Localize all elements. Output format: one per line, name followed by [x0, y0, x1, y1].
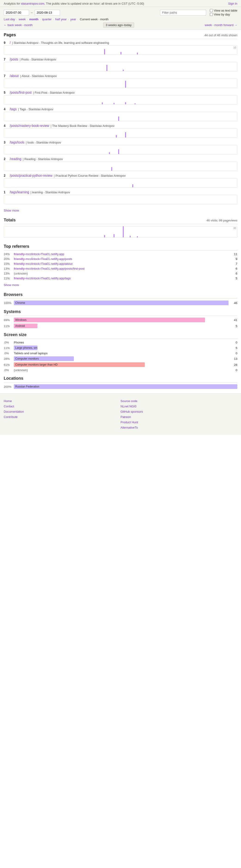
date-to-input[interactable] [35, 10, 60, 16]
footer-link-documentation[interactable]: Documentation [4, 409, 121, 414]
chart-bar [121, 52, 121, 55]
screen-bar: Large phones, small tablets [14, 345, 37, 350]
topbar-site[interactable]: stasantropov.com [21, 2, 44, 5]
page-path-link[interactable]: /tags [10, 107, 17, 111]
page-path-link[interactable]: /about [10, 74, 19, 78]
locations-section: Locations 200% Russian Federation [0, 373, 241, 389]
footer-link-source-code[interactable]: Source code [121, 398, 237, 404]
page-path-link[interactable]: /reading [10, 157, 22, 161]
page-item: 4 /tags | Tags · Stanislav Antropov [4, 107, 237, 121]
screen-item: 61% Computer monitors larger than HD 28 [4, 362, 237, 367]
nav-row: ← back week · month 3 weeks ago–today we… [4, 22, 237, 28]
nav-forward-arrow[interactable]: forward → [223, 23, 237, 27]
pages-show-more-button[interactable]: Show more [4, 209, 19, 212]
footer-link-product-hunt[interactable]: Product Hunt [121, 420, 237, 425]
view-by-day-label[interactable]: View by day [210, 13, 230, 16]
pages-count: 44 out of 46 visits shown [205, 33, 237, 37]
referrer-item: 20% friendly-mcclintock-f7ea01.netlify.a… [4, 257, 237, 261]
page-path-link[interactable]: /posts/practical-python-review [10, 174, 52, 177]
referrers-header: Top referrers [4, 244, 237, 250]
chart-bar [109, 152, 110, 154]
view-by-day-label-text: View by day [214, 13, 230, 16]
referrer-link[interactable]: friendly-mcclintock-f7ea01.netlify.app/t… [14, 277, 71, 280]
page-path-link[interactable]: /tags/learning [10, 190, 29, 194]
nav-back-week[interactable]: week [15, 23, 22, 27]
page-chart [4, 95, 237, 104]
chart-bar [125, 81, 126, 88]
footer-link-alternativeto[interactable]: AlternativeTo [121, 425, 237, 430]
chart-bar [130, 236, 131, 237]
pages-header: Pages 44 out of 46 visits shown [4, 33, 237, 39]
chart-bar [134, 103, 135, 104]
referrer-link[interactable]: friendly-mcclintock-f7ea01.netlify.app/p… [14, 267, 85, 270]
screen-bar: Computer monitors larger than HD [14, 362, 145, 367]
page-item: 7 /posts | Posts · Stanislav Antropov [4, 57, 237, 71]
nav-back-arrow[interactable]: ← back [4, 23, 14, 27]
quick-half-year[interactable]: half year [55, 18, 67, 21]
totals-section: Totals 46 visits; 99 pageviews 30 [0, 215, 241, 238]
referrer-link[interactable]: friendly-mcclintock-f7ea01.netlify.app/a… [14, 262, 72, 266]
screen-item: .0% Phones 0 [4, 341, 237, 344]
quick-quarter[interactable]: quarter [42, 18, 52, 21]
screen-item: .0% (unknown) 0 [4, 368, 237, 372]
page-path-link[interactable]: / [10, 41, 11, 44]
footer-link-nlnet[interactable]: NLnet NGI0 [121, 404, 237, 409]
chart-bar [118, 117, 119, 121]
chart-bar [114, 234, 115, 237]
pages-section: Pages 44 out of 46 visits shown 9 / | St… [0, 30, 241, 215]
page-chart [4, 79, 237, 88]
page-path-link[interactable]: /posts/first-post [10, 91, 32, 94]
topbar-note: . The public view is updated once an hou… [44, 2, 144, 5]
nav-period-badge: 3 weeks ago–today [103, 22, 134, 28]
page-item: 4 /posts/mastery-book-review | The Maste… [4, 124, 237, 138]
system-item: 89% Windows 41 [4, 318, 237, 322]
controls-area: – View as text table View by day Last da… [0, 7, 241, 30]
footer-link-contact[interactable]: Contact [4, 404, 121, 409]
signin-link[interactable]: Sign in [228, 2, 237, 5]
chart-bar [118, 149, 119, 154]
referrer-unknown: (unknown) [14, 272, 28, 275]
view-as-text-checkbox[interactable] [210, 9, 213, 12]
nav-forward-week[interactable]: week [205, 23, 212, 27]
nav-back-month[interactable]: month [24, 23, 33, 27]
footer-link-patreon[interactable]: Patreon [121, 414, 237, 420]
footer-link-home[interactable]: Home [4, 398, 121, 404]
page-item: 9 / | Stanislav Antropov · Thoughts on l… [4, 41, 237, 55]
chart-bar [125, 132, 126, 137]
page-chart [4, 128, 237, 138]
chart-bar [132, 184, 133, 187]
page-chart [4, 162, 237, 171]
page-path-link[interactable]: /tags/tools [10, 141, 25, 144]
filter-paths-input[interactable] [160, 10, 206, 16]
referrers-show-more-button[interactable]: Show more [4, 283, 19, 287]
quick-week[interactable]: week [19, 18, 26, 21]
quick-month[interactable]: month [29, 18, 38, 21]
page-path-link[interactable]: /posts [10, 57, 18, 61]
date-from-input[interactable] [4, 10, 29, 16]
screen-size-title: Screen size [4, 332, 27, 337]
top-bar: Analytics for stasantropov.com. The publ… [0, 0, 241, 7]
footer-link-contribute[interactable]: Contribute [4, 414, 121, 420]
topbar-text: Analytics for [4, 2, 21, 5]
page-path-link[interactable]: /posts/mastery-book-review [10, 124, 49, 128]
quick-year[interactable]: year [70, 18, 76, 21]
footer-link-github-sponsors[interactable]: GitHub sponsors [121, 409, 237, 414]
view-by-day-checkbox[interactable] [210, 13, 213, 16]
browser-bar: Chrome [14, 301, 229, 305]
chart-bar [116, 135, 117, 137]
referrer-link[interactable]: friendly-mcclintock-f7ea01.netlify.app/p… [14, 257, 72, 261]
systems-header: Systems [4, 309, 237, 316]
page-chart [4, 178, 237, 188]
referrers-section: Top referrers 24% friendly-mcclintock-f7… [0, 241, 241, 289]
page-item: 7 /about | About · Stanislav Antropov [4, 74, 237, 88]
referrer-link[interactable]: friendly-mcclintock-f7ea01.netlify.app [14, 252, 64, 256]
system-item: 11% Android 5 [4, 323, 237, 328]
view-as-text-label[interactable]: View as text table [210, 9, 237, 12]
footer-col-1: Home Contact Documentation Contribute [4, 398, 121, 430]
nav-forward-month[interactable]: month [214, 23, 222, 27]
nav-back: ← back week · month [4, 23, 33, 27]
quick-last-day[interactable]: Last day [4, 18, 15, 21]
totals-chart: 30 [4, 226, 237, 238]
referrer-item: 11% friendly-mcclintock-f7ea01.netlify.a… [4, 277, 237, 280]
nav-forward: week · month forward → [205, 23, 237, 27]
